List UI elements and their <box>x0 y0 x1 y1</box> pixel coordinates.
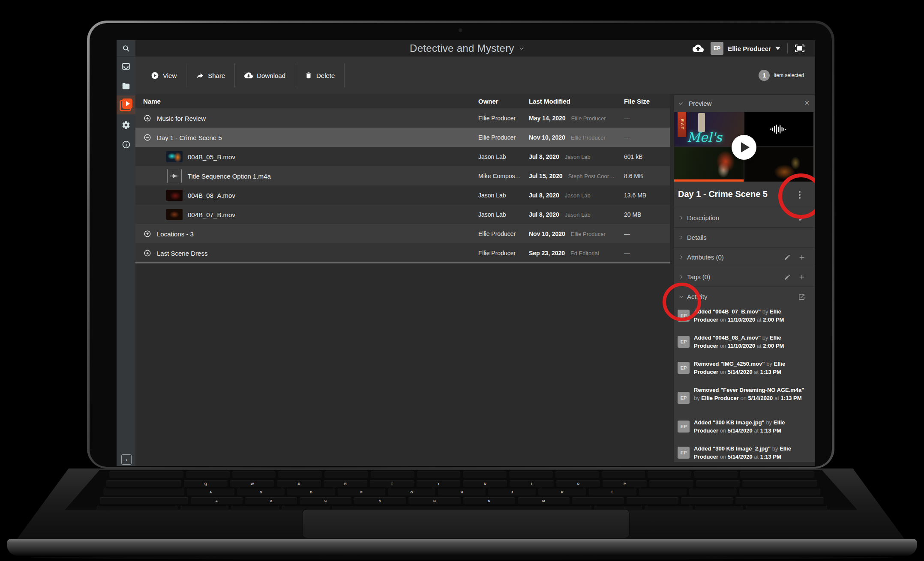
annotation-circle-activity-chevron <box>663 283 701 321</box>
activity-entry: EP Added "300 KB Image.jpg" by Ellie Pro… <box>678 418 810 435</box>
row-modified-by: Ellie Producer <box>571 134 606 141</box>
keyboard-key <box>649 480 693 487</box>
row-size: — <box>624 230 630 237</box>
close-icon[interactable]: × <box>804 98 810 108</box>
row-modified-by: Ed Editorial <box>570 250 599 257</box>
column-header-owner[interactable]: Owner <box>478 94 498 108</box>
keyboard-key: E <box>277 480 321 487</box>
sidebar-item-folders[interactable] <box>117 77 135 95</box>
keyboard-row: ASDFGHJKL <box>103 489 820 495</box>
keyboard-key <box>742 480 817 487</box>
laptop-camera <box>459 28 462 32</box>
avatar: EP <box>678 336 690 348</box>
share-arrow-icon <box>196 72 204 80</box>
sidebar-item-settings[interactable] <box>117 116 135 134</box>
row-name: 004B_08_A.mov <box>188 191 235 199</box>
row-modified: Nov 10, 2020 <box>529 134 565 141</box>
collapse-minus-icon[interactable] <box>144 134 151 141</box>
keyboard-key <box>231 506 279 510</box>
keyboard-key <box>689 489 737 495</box>
table-row-selected[interactable]: Day 1 - Crime Scene 5 Ellie Producer Nov… <box>135 128 670 147</box>
keyboard-key <box>735 497 824 504</box>
expand-plus-icon[interactable] <box>144 249 151 257</box>
preview-panel-header[interactable]: Preview × <box>674 95 815 112</box>
keyboard-key <box>602 471 645 478</box>
sidebar-expand-button[interactable]: › <box>121 454 132 465</box>
activity-entry: EP Removed "IMG_4250.mov" by Ellie Produ… <box>678 360 810 376</box>
row-size: 8.6 MB <box>624 173 643 179</box>
keyboard-key: Z <box>191 497 243 504</box>
keyboard-key <box>417 471 461 478</box>
laptop-trackpad <box>303 510 629 538</box>
keyboard-key: S <box>237 489 285 495</box>
download-button[interactable]: Download <box>235 63 295 88</box>
expand-plus-icon[interactable] <box>144 230 151 238</box>
table-row[interactable]: Music for Review Ellie Producer May 14, … <box>135 108 670 128</box>
selection-badge: 1 item selected <box>759 57 804 94</box>
keyboard-key: W <box>230 480 274 487</box>
app-header: Detective and Mystery EP Ellie Producer <box>135 40 815 57</box>
column-header-name[interactable]: Name <box>143 94 161 108</box>
table-row[interactable]: 004B_08_A.mov Jason Lab Jul 8, 2020Jason… <box>135 185 670 205</box>
sidebar-item-media-library[interactable] <box>117 95 135 114</box>
section-tags[interactable]: Tags (0) <box>674 267 815 287</box>
table-bottom-line <box>135 263 670 263</box>
row-size: — <box>624 134 630 141</box>
sidebar-item-info[interactable] <box>117 135 135 154</box>
table-row[interactable]: 004B_05_B.mov Jason Lab Jul 8, 2020Jason… <box>135 147 670 167</box>
project-title-dropdown[interactable]: Detective and Mystery <box>410 40 525 57</box>
keyboard-key: L <box>589 489 636 495</box>
keyboard-key: N <box>463 497 515 504</box>
table-row[interactable]: 004B_07_B.mov Jason Lab Jul 8, 2020Jason… <box>135 205 670 224</box>
row-name: Music for Review <box>157 114 206 122</box>
delete-button[interactable]: Delete <box>295 63 344 88</box>
view-button[interactable]: View <box>141 63 186 88</box>
pencil-icon[interactable] <box>784 254 791 261</box>
user-menu[interactable]: EP Ellie Producer <box>711 42 780 55</box>
share-button[interactable]: Share <box>186 63 234 88</box>
column-header-modified[interactable]: Last Modified <box>529 94 570 108</box>
keyboard-key <box>696 480 740 487</box>
chevron-down-icon <box>678 100 684 107</box>
sidebar-item-inbox[interactable] <box>117 57 135 76</box>
row-modified: May 14, 2020 <box>529 115 566 122</box>
play-button[interactable] <box>732 135 756 160</box>
cloud-upload-icon[interactable] <box>693 43 704 54</box>
keyboard-key: H <box>438 489 486 495</box>
keyboard-key <box>103 489 184 495</box>
section-details[interactable]: Details <box>674 227 815 248</box>
pencil-icon[interactable] <box>784 274 791 280</box>
keyboard-key <box>278 471 322 478</box>
activity-entry: EP Added "004B_08_A.mov" by Ellie Produc… <box>678 334 810 350</box>
table-row[interactable]: Locations - 3 Ellie Producer Nov 10, 202… <box>135 224 670 244</box>
keyboard-key <box>109 471 183 478</box>
column-header-size[interactable]: File Size <box>624 94 650 108</box>
search-icon[interactable] <box>117 40 135 57</box>
avatar: EP <box>678 421 690 433</box>
laptop-front-edge <box>7 539 917 556</box>
keyboard-key <box>627 497 678 504</box>
page-title: Detective and Mystery <box>410 42 514 54</box>
table-row[interactable]: Last Scene Dress Ellie Producer Sep 23, … <box>135 243 670 263</box>
row-modified-by: Ellie Producer <box>571 231 606 237</box>
keyboard-key: D <box>287 489 335 495</box>
keyboard-key <box>371 471 414 478</box>
plus-icon[interactable] <box>798 274 805 280</box>
keyboard-key: X <box>245 497 297 504</box>
open-in-new-icon[interactable] <box>798 293 805 301</box>
user-name: Ellie Producer <box>728 45 771 52</box>
audio-waveform-icon <box>167 169 182 183</box>
keyboard-key <box>180 506 228 510</box>
plus-icon[interactable] <box>798 254 805 261</box>
keyboard-key: T <box>370 480 414 487</box>
table-row[interactable]: Title Sequence Option 1.m4a Mike Compos…… <box>135 166 670 186</box>
present-screen-icon[interactable] <box>795 43 805 54</box>
section-attributes[interactable]: Attributes (0) <box>674 247 815 267</box>
activity-entry: EP Removed "Fever Dreaming-NO AGE.m4a" b… <box>678 386 810 404</box>
trash-icon <box>305 72 312 79</box>
expand-plus-icon[interactable] <box>144 114 151 122</box>
row-modified: Jul 8, 2020 <box>529 153 559 160</box>
keyboard-row: QWERTYUIOP <box>106 480 817 487</box>
row-owner: Jason Lab <box>478 153 506 160</box>
keyboard-key <box>695 506 743 510</box>
